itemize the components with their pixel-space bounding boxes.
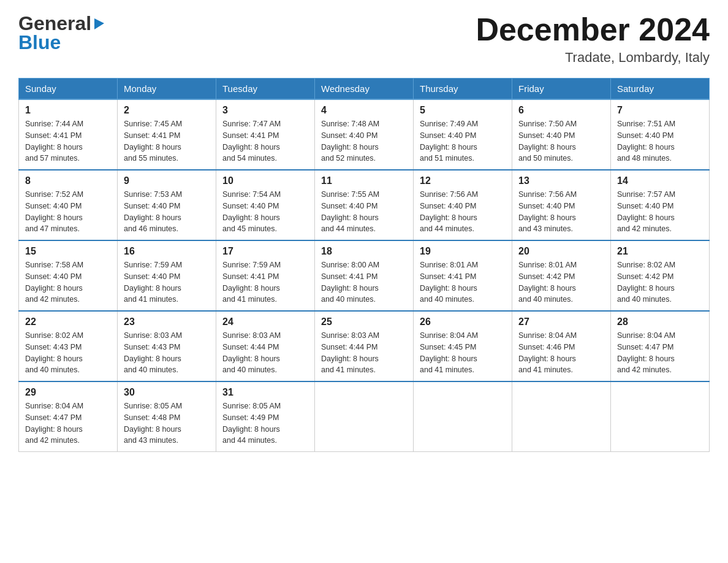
- day-number: 31: [222, 387, 308, 398]
- day-number: 5: [420, 105, 506, 116]
- day-number: 28: [617, 316, 703, 327]
- calendar-day-cell: 14Sunrise: 7:57 AMSunset: 4:40 PMDayligh…: [611, 170, 710, 240]
- day-number: 17: [222, 246, 308, 257]
- day-number: 18: [321, 246, 407, 257]
- calendar-day-cell: 29Sunrise: 8:04 AMSunset: 4:47 PMDayligh…: [19, 381, 118, 452]
- calendar-week-row: 22Sunrise: 8:02 AMSunset: 4:43 PMDayligh…: [19, 311, 710, 381]
- empty-day-cell: [414, 381, 512, 452]
- calendar-day-cell: 31Sunrise: 8:05 AMSunset: 4:49 PMDayligh…: [216, 381, 315, 452]
- calendar-day-cell: 6Sunrise: 7:50 AMSunset: 4:40 PMDaylight…: [512, 99, 611, 170]
- day-info: Sunrise: 7:50 AMSunset: 4:40 PMDaylight:…: [518, 118, 604, 164]
- calendar-day-cell: 8Sunrise: 7:52 AMSunset: 4:40 PMDaylight…: [19, 170, 118, 240]
- calendar-week-row: 29Sunrise: 8:04 AMSunset: 4:47 PMDayligh…: [19, 381, 710, 452]
- calendar-day-cell: 5Sunrise: 7:49 AMSunset: 4:40 PMDaylight…: [414, 99, 512, 170]
- calendar-day-cell: 27Sunrise: 8:04 AMSunset: 4:46 PMDayligh…: [512, 311, 611, 381]
- day-number: 25: [321, 316, 407, 327]
- day-info: Sunrise: 8:04 AMSunset: 4:45 PMDaylight:…: [420, 330, 506, 376]
- calendar-day-cell: 26Sunrise: 8:04 AMSunset: 4:45 PMDayligh…: [414, 311, 512, 381]
- day-number: 27: [518, 316, 604, 327]
- day-number: 10: [222, 175, 308, 186]
- calendar-day-cell: 21Sunrise: 8:02 AMSunset: 4:42 PMDayligh…: [611, 240, 710, 311]
- day-info: Sunrise: 7:52 AMSunset: 4:40 PMDaylight:…: [25, 189, 111, 235]
- calendar-day-cell: 20Sunrise: 8:01 AMSunset: 4:42 PMDayligh…: [512, 240, 611, 311]
- day-number: 22: [25, 316, 111, 327]
- day-number: 1: [25, 105, 111, 116]
- month-title: December 2024: [476, 12, 710, 47]
- column-header-sunday: Sunday: [19, 79, 118, 100]
- day-number: 29: [25, 387, 111, 398]
- empty-day-cell: [512, 381, 611, 452]
- day-number: 13: [518, 175, 604, 186]
- day-number: 12: [420, 175, 506, 186]
- calendar-day-cell: 19Sunrise: 8:01 AMSunset: 4:41 PMDayligh…: [414, 240, 512, 311]
- calendar-day-cell: 9Sunrise: 7:53 AMSunset: 4:40 PMDaylight…: [118, 170, 216, 240]
- calendar-day-cell: 2Sunrise: 7:45 AMSunset: 4:41 PMDaylight…: [118, 99, 216, 170]
- page-header: General Blue December 2024 Tradate, Lomb…: [18, 12, 710, 66]
- day-number: 20: [518, 246, 604, 257]
- calendar-week-row: 1Sunrise: 7:44 AMSunset: 4:41 PMDaylight…: [19, 99, 710, 170]
- day-info: Sunrise: 8:04 AMSunset: 4:46 PMDaylight:…: [518, 330, 604, 376]
- empty-day-cell: [315, 381, 414, 452]
- location-text: Tradate, Lombardy, Italy: [476, 50, 710, 66]
- day-info: Sunrise: 7:59 AMSunset: 4:41 PMDaylight:…: [222, 259, 308, 305]
- day-info: Sunrise: 8:03 AMSunset: 4:43 PMDaylight:…: [124, 330, 210, 376]
- day-number: 9: [124, 175, 210, 186]
- calendar-day-cell: 16Sunrise: 7:59 AMSunset: 4:40 PMDayligh…: [118, 240, 216, 311]
- day-info: Sunrise: 8:03 AMSunset: 4:44 PMDaylight:…: [321, 330, 407, 376]
- day-info: Sunrise: 7:56 AMSunset: 4:40 PMDaylight:…: [420, 189, 506, 235]
- calendar-day-cell: 3Sunrise: 7:47 AMSunset: 4:41 PMDaylight…: [216, 99, 315, 170]
- day-info: Sunrise: 7:58 AMSunset: 4:40 PMDaylight:…: [25, 259, 111, 305]
- logo-arrow-icon: [93, 17, 105, 32]
- calendar-day-cell: 7Sunrise: 7:51 AMSunset: 4:40 PMDaylight…: [611, 99, 710, 170]
- calendar-day-cell: 12Sunrise: 7:56 AMSunset: 4:40 PMDayligh…: [414, 170, 512, 240]
- calendar-day-cell: 15Sunrise: 7:58 AMSunset: 4:40 PMDayligh…: [19, 240, 118, 311]
- day-info: Sunrise: 7:55 AMSunset: 4:40 PMDaylight:…: [321, 189, 407, 235]
- day-info: Sunrise: 7:53 AMSunset: 4:40 PMDaylight:…: [124, 189, 210, 235]
- day-info: Sunrise: 8:00 AMSunset: 4:41 PMDaylight:…: [321, 259, 407, 305]
- calendar-day-cell: 1Sunrise: 7:44 AMSunset: 4:41 PMDaylight…: [19, 99, 118, 170]
- calendar-day-cell: 22Sunrise: 8:02 AMSunset: 4:43 PMDayligh…: [19, 311, 118, 381]
- day-info: Sunrise: 8:03 AMSunset: 4:44 PMDaylight:…: [222, 330, 308, 376]
- calendar-day-cell: 28Sunrise: 8:04 AMSunset: 4:47 PMDayligh…: [611, 311, 710, 381]
- day-info: Sunrise: 7:59 AMSunset: 4:40 PMDaylight:…: [124, 259, 210, 305]
- day-info: Sunrise: 8:02 AMSunset: 4:42 PMDaylight:…: [617, 259, 703, 305]
- calendar-day-cell: 30Sunrise: 8:05 AMSunset: 4:48 PMDayligh…: [118, 381, 216, 452]
- day-info: Sunrise: 7:56 AMSunset: 4:40 PMDaylight:…: [518, 189, 604, 235]
- day-info: Sunrise: 8:01 AMSunset: 4:42 PMDaylight:…: [518, 259, 604, 305]
- day-number: 21: [617, 246, 703, 257]
- day-number: 8: [25, 175, 111, 186]
- day-number: 26: [420, 316, 506, 327]
- day-info: Sunrise: 8:04 AMSunset: 4:47 PMDaylight:…: [25, 400, 111, 446]
- day-info: Sunrise: 7:48 AMSunset: 4:40 PMDaylight:…: [321, 118, 407, 164]
- calendar-table: SundayMondayTuesdayWednesdayThursdayFrid…: [18, 78, 710, 452]
- column-header-friday: Friday: [512, 79, 611, 100]
- day-number: 15: [25, 246, 111, 257]
- calendar-day-cell: 13Sunrise: 7:56 AMSunset: 4:40 PMDayligh…: [512, 170, 611, 240]
- calendar-day-cell: 4Sunrise: 7:48 AMSunset: 4:40 PMDaylight…: [315, 99, 414, 170]
- day-number: 2: [124, 105, 210, 116]
- column-header-saturday: Saturday: [611, 79, 710, 100]
- day-number: 7: [617, 105, 703, 116]
- day-number: 23: [124, 316, 210, 327]
- calendar-day-cell: 11Sunrise: 7:55 AMSunset: 4:40 PMDayligh…: [315, 170, 414, 240]
- calendar-week-row: 15Sunrise: 7:58 AMSunset: 4:40 PMDayligh…: [19, 240, 710, 311]
- day-number: 19: [420, 246, 506, 257]
- calendar-day-cell: 25Sunrise: 8:03 AMSunset: 4:44 PMDayligh…: [315, 311, 414, 381]
- calendar-header-row: SundayMondayTuesdayWednesdayThursdayFrid…: [19, 79, 710, 100]
- day-info: Sunrise: 8:02 AMSunset: 4:43 PMDaylight:…: [25, 330, 111, 376]
- day-info: Sunrise: 7:51 AMSunset: 4:40 PMDaylight:…: [617, 118, 703, 164]
- day-info: Sunrise: 7:54 AMSunset: 4:40 PMDaylight:…: [222, 189, 308, 235]
- column-header-thursday: Thursday: [414, 79, 512, 100]
- day-info: Sunrise: 8:04 AMSunset: 4:47 PMDaylight:…: [617, 330, 703, 376]
- day-number: 4: [321, 105, 407, 116]
- day-info: Sunrise: 7:57 AMSunset: 4:40 PMDaylight:…: [617, 189, 703, 235]
- day-info: Sunrise: 7:45 AMSunset: 4:41 PMDaylight:…: [124, 118, 210, 164]
- empty-day-cell: [611, 381, 710, 452]
- day-number: 6: [518, 105, 604, 116]
- calendar-day-cell: 24Sunrise: 8:03 AMSunset: 4:44 PMDayligh…: [216, 311, 315, 381]
- day-number: 24: [222, 316, 308, 327]
- calendar-day-cell: 23Sunrise: 8:03 AMSunset: 4:43 PMDayligh…: [118, 311, 216, 381]
- calendar-day-cell: 10Sunrise: 7:54 AMSunset: 4:40 PMDayligh…: [216, 170, 315, 240]
- day-info: Sunrise: 8:01 AMSunset: 4:41 PMDaylight:…: [420, 259, 506, 305]
- title-section: December 2024 Tradate, Lombardy, Italy: [476, 12, 710, 66]
